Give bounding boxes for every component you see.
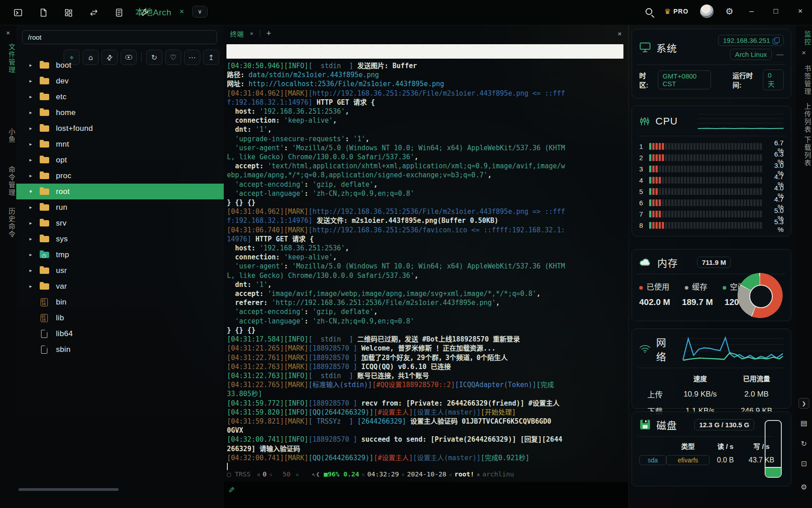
cpu-core-bar xyxy=(649,166,762,172)
tree-item-label: proc xyxy=(56,171,71,180)
sidebar-vtab-4[interactable]: 历史命令 xyxy=(0,208,16,238)
tree-row-lost+found[interactable]: ▸lost+found xyxy=(16,120,224,136)
tree-row-lib64[interactable]: lib64 xyxy=(16,326,224,342)
file-icon[interactable] xyxy=(37,6,50,19)
session-tab-close-icon[interactable]: × xyxy=(180,7,184,16)
tree-row-mnt[interactable]: ▸mnt xyxy=(16,136,224,152)
terminal-line: [04:31:17.584][INFO][ stdin ] 二维码已过期，发送 … xyxy=(227,335,626,344)
tree-row-sbin[interactable]: sbin xyxy=(16,342,224,357)
terminal-panel-close-icon[interactable]: × xyxy=(618,30,622,37)
text-segment: [#QQ设置188928570::2] xyxy=(372,381,455,389)
sidebar-close-icon[interactable]: × xyxy=(0,29,16,37)
tree-row-run[interactable]: ▸run xyxy=(16,199,224,215)
minimize-button[interactable]: – xyxy=(745,7,758,16)
search-icon[interactable] xyxy=(646,8,652,15)
quick-edit-quill-icon[interactable]: ✎ xyxy=(228,485,235,494)
tree-row-etc[interactable]: ▸etc xyxy=(16,89,224,105)
terminal-icon[interactable] xyxy=(12,6,24,19)
chevron-right-icon[interactable]: ▸ xyxy=(28,204,33,210)
tree-row-usr[interactable]: ▸usr xyxy=(16,263,224,278)
save-icon[interactable]: ⊡ xyxy=(796,459,812,468)
chevron-right-icon[interactable]: ▸ xyxy=(28,220,33,226)
tree-row-srv[interactable]: ▸srv xyxy=(16,215,224,231)
close-button[interactable]: × xyxy=(794,7,807,16)
sidebar-vtab-2[interactable]: 小鱼 xyxy=(0,128,16,143)
maximize-button[interactable]: □ xyxy=(770,7,782,16)
text-segment: 加载了28个好友，29个群，3个频道，0个陌生人 xyxy=(357,354,508,362)
tree-row-dev[interactable]: ▸dev xyxy=(16,73,224,89)
terminal-line: 'accept-language': 'zh-CN,zh;q=0.9,en;q=… xyxy=(227,189,626,198)
chevron-right-icon[interactable]: ▸ xyxy=(28,268,33,273)
layout-grid-icon[interactable] xyxy=(62,6,75,19)
tree-row-tmp[interactable]: ▸◷tmp xyxy=(16,247,224,263)
chevron-right-icon[interactable]: ▸ xyxy=(28,78,33,84)
tab-dropdown-button[interactable]: ∨ xyxy=(192,6,208,18)
terminal-line: [04:31:59.772][INFO][188928570 ] recv fr… xyxy=(227,399,626,408)
terminal-tab[interactable]: 终端 xyxy=(230,29,244,38)
gear-icon[interactable]: ⚙ xyxy=(725,6,734,17)
chevron-right-icon[interactable]: ▸ xyxy=(28,236,33,242)
new-terminal-icon[interactable]: + xyxy=(267,29,272,38)
chevron-right-icon[interactable]: ▸ xyxy=(28,141,33,147)
tree-row-var[interactable]: ▸var xyxy=(16,278,224,294)
text-segment: [2644266329] xyxy=(353,417,406,425)
chevron-right-icon[interactable]: ▸ xyxy=(28,125,33,131)
monitor-vtab-4[interactable]: 下载列表 xyxy=(796,136,812,167)
pro-badge[interactable]: ♛PRO xyxy=(664,7,688,16)
terminal-tab-close-icon[interactable]: × xyxy=(250,30,254,37)
text-segment: 'keep-alive' xyxy=(284,116,332,125)
path-input[interactable] xyxy=(22,30,217,44)
chevron-right-icon[interactable]: ▸ xyxy=(28,283,33,289)
chevron-right-icon[interactable]: ▸ xyxy=(28,173,33,179)
tree-row-sys[interactable]: ▸sys xyxy=(16,231,224,247)
monitor-vtab-3[interactable]: 上传列表 xyxy=(796,103,812,134)
horizontal-scrollbar[interactable] xyxy=(18,488,119,491)
disk-device-badge[interactable]: sda xyxy=(639,455,666,465)
tree-row-home[interactable]: ▸home xyxy=(16,105,224,120)
tree-row-bin[interactable]: 01 10bin xyxy=(16,294,224,310)
text-segment: : xyxy=(345,135,353,143)
text-segment: [188928570 ] xyxy=(309,363,357,371)
memory-card: 内存 711.9 M 已使用缓存空闲 402.0 M189.7 M120.1 M xyxy=(632,249,791,321)
tree-row-opt[interactable]: ▸opt xyxy=(16,152,224,168)
disk-title: 磁盘 xyxy=(656,417,677,432)
text-segment: [188928570 ] xyxy=(309,399,357,407)
ip-badge[interactable]: 192.168.36.251 xyxy=(718,35,784,46)
text-segment: [04:31:59.821] xyxy=(227,417,284,425)
list-icon[interactable]: ▤ xyxy=(796,419,812,427)
chevron-right-icon[interactable]: ▸ xyxy=(28,252,33,258)
text-segment: [04:31:22.765] xyxy=(227,381,284,389)
chevron-right-icon[interactable]: ▸ xyxy=(28,94,33,100)
terminal-output[interactable]: [04:30:50.946][INFO][ stdin ] 发送图片: Buff… xyxy=(227,61,626,471)
text-segment: [MARK] xyxy=(284,363,308,371)
folder-icon xyxy=(40,203,50,212)
cpu-core-row: 75.0 % xyxy=(639,208,784,220)
monitor-vtab-1[interactable]: 监控 xyxy=(796,31,812,46)
quick-terminal-icon[interactable]: ❯ xyxy=(798,398,809,409)
sidebar-vtab-3[interactable]: 命令管理 xyxy=(0,166,16,197)
text-segment: '1' xyxy=(353,135,365,143)
terminal-line: [04:31:04.962][MARK][http://192.168.36.2… xyxy=(227,207,626,216)
chevron-right-icon[interactable]: ▸ xyxy=(28,62,33,68)
cpu-core-bar xyxy=(649,177,762,184)
transfer-icon[interactable] xyxy=(88,6,100,19)
chevron-right-icon[interactable]: ▸ xyxy=(28,110,33,115)
tree-row-lib[interactable]: 01 10lib xyxy=(16,310,224,326)
session-tab[interactable]: 本地Arch × ∨ xyxy=(135,5,208,18)
text-segment: f:192.168.32.1:14976] xyxy=(227,98,313,106)
tree-row-root[interactable]: ▾root xyxy=(16,184,224,199)
server-list-icon[interactable] xyxy=(113,6,125,19)
sidebar-vtab-1[interactable]: 文件管理 xyxy=(0,43,16,74)
chevron-right-icon[interactable]: ▸ xyxy=(28,157,33,163)
monitor-vtab-2[interactable]: 书签管理 xyxy=(796,65,812,96)
tree-row-proc[interactable]: ▸proc xyxy=(16,168,224,184)
copy-icon[interactable] xyxy=(773,37,779,43)
refresh-icon[interactable]: ↻ xyxy=(796,439,812,448)
avatar[interactable] xyxy=(700,5,714,18)
chevron-down-icon[interactable]: ▾ xyxy=(28,189,33,194)
settings-gear-icon[interactable]: ⚙ xyxy=(796,483,812,491)
text-segment: 路径: xyxy=(227,71,249,79)
monitor-close-icon[interactable]: × xyxy=(796,49,812,56)
tree-row-boot[interactable]: ▸boot xyxy=(16,57,224,73)
cpu-core-row: 44.7 % xyxy=(639,175,784,186)
